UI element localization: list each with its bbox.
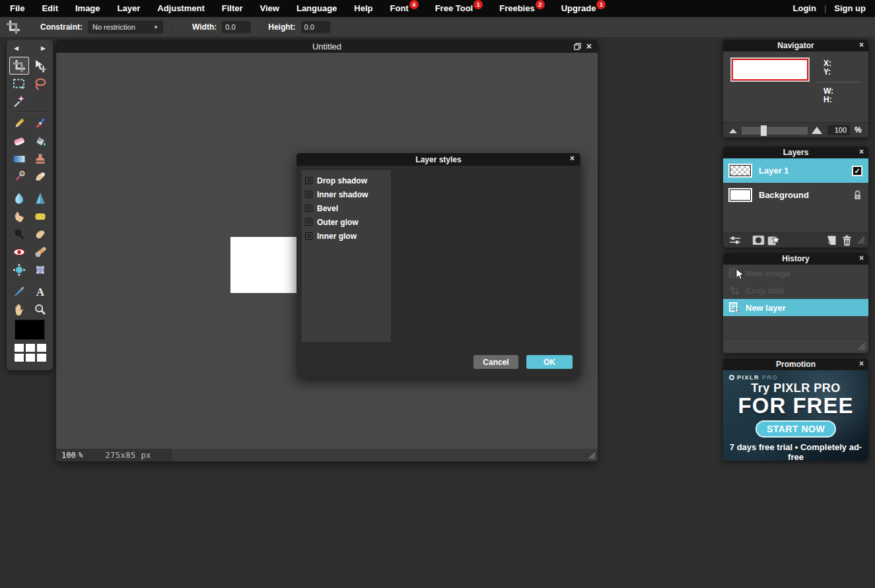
menu-item-filter[interactable]: Filter [213,0,252,16]
layout-button[interactable] [26,354,35,362]
menu-item-adjustment[interactable]: Adjustment [149,0,213,16]
history-item-crop-tool[interactable]: Crop tool [723,282,868,299]
type-tool-button[interactable]: A [30,282,50,300]
menu-item-view[interactable]: View [252,0,288,16]
eraser-tool-button[interactable] [9,132,29,150]
burn-tool-button[interactable] [30,225,50,243]
close-panel-icon[interactable]: × [859,253,864,263]
close-panel-icon[interactable]: × [859,40,864,49]
layout-button[interactable] [15,344,24,352]
inner-glow-checkbox[interactable] [305,232,312,240]
menu-item-freebies[interactable]: Freebies2 [491,0,552,16]
layers-titlebar[interactable]: Layers × [723,147,868,158]
promotion-banner[interactable]: PIXLR PRO Try PIXLR PRO FOR FREE START N… [723,370,868,461]
drop-shadow-checkbox[interactable] [305,177,312,184]
option-outer-glow[interactable]: Outer glow [302,215,391,229]
brush-tool-button[interactable] [30,114,50,132]
option-drop-shadow[interactable]: Drop shadow [302,174,391,187]
zoom-slider-handle[interactable] [761,125,767,136]
layout-button[interactable] [26,344,35,352]
constraint-dropdown[interactable]: No restriction ▼ [88,20,163,34]
login-link[interactable]: Login [793,3,816,13]
close-panel-icon[interactable]: × [859,359,864,368]
layer-visibility-checkbox[interactable]: ✓ [852,166,862,176]
wand-tool-button[interactable] [9,92,29,110]
gradient-tool-button[interactable] [9,150,29,168]
dialog-titlebar[interactable]: Layer styles × [297,153,580,166]
start-now-button[interactable]: START NOW [755,420,836,438]
menu-item-upgrade[interactable]: Upgrade1 [553,0,614,16]
ok-button[interactable]: OK [526,355,573,369]
dialog-close-icon[interactable]: × [570,154,575,162]
hand-tool-button[interactable] [9,300,29,318]
panel-resize-grip[interactable] [858,343,866,350]
palette-collapse-left-icon[interactable]: ◀ [14,45,18,51]
history-titlebar[interactable]: History × [723,253,868,265]
menu-item-edit[interactable]: Edit [33,0,67,16]
close-window-icon[interactable]: × [586,42,592,51]
new-layer-icon[interactable] [826,235,837,246]
heal-tool-button[interactable] [30,243,50,261]
zoom-in-icon[interactable] [812,127,822,134]
dodge-tool-button[interactable] [9,225,29,243]
cancel-button[interactable]: Cancel [473,355,518,369]
outer-glow-checkbox[interactable] [305,218,312,226]
move-tool-button[interactable] [30,57,50,75]
height-field[interactable] [301,21,330,33]
menu-item-language[interactable]: Language [288,0,345,16]
marquee-tool-button[interactable] [9,75,29,92]
stamp-tool-button[interactable] [30,150,50,168]
sharpen-tool-button[interactable] [30,189,50,207]
inner-shadow-checkbox[interactable] [305,191,312,198]
red-eye-tool-button[interactable] [9,243,29,261]
window-resize-grip[interactable] [588,452,596,459]
signup-link[interactable]: Sign up [834,3,866,13]
layer-row-background[interactable]: Background [723,183,868,207]
color-swatch[interactable] [15,319,45,340]
option-inner-shadow[interactable]: Inner shadow [302,187,391,201]
menu-item-font[interactable]: Font4 [382,0,427,16]
layer-row-layer-1[interactable]: Layer 1 ✓ [723,158,868,183]
menu-item-layer[interactable]: Layer [109,0,149,16]
crop-tool-button[interactable] [9,57,29,75]
canvas-window-titlebar[interactable]: Untitled × [56,40,598,53]
navigator-view-rect[interactable] [732,59,808,81]
menu-item-file[interactable]: File [1,0,33,16]
layer-mask-icon[interactable] [752,235,765,245]
navigator-titlebar[interactable]: Navigator × [723,40,868,51]
layer-settings-icon[interactable] [729,235,741,245]
zoom-out-icon[interactable] [729,129,737,133]
delete-layer-icon[interactable] [842,235,852,246]
menu-item-image[interactable]: Image [67,0,109,16]
zoom-percent-field[interactable] [827,125,850,135]
history-item-new-image[interactable]: New image [723,265,868,282]
color-replace-tool-button[interactable] [9,168,29,185]
option-bevel[interactable]: Bevel [302,201,391,215]
bloat-tool-button[interactable] [9,261,29,278]
fill-tool-button[interactable] [30,132,50,150]
pinch-tool-button[interactable] [30,261,50,278]
palette-collapse-right-icon[interactable]: ▶ [41,45,46,51]
sponge-tool-button[interactable] [30,207,50,225]
option-inner-glow[interactable]: Inner glow [302,229,391,243]
promotion-titlebar[interactable]: Promotion × [723,358,868,370]
close-panel-icon[interactable]: × [859,147,864,156]
panel-resize-grip[interactable] [857,236,865,244]
layer-styles-icon[interactable] [767,235,780,246]
lasso-tool-button[interactable] [30,75,50,92]
history-item-new-layer[interactable]: New layer [723,299,868,316]
zoom-tool-button[interactable] [30,300,50,318]
blur-tool-button[interactable] [9,189,29,207]
pencil-tool-button[interactable] [9,114,29,132]
picker-tool-button[interactable] [9,282,29,300]
draw-tool-button[interactable] [30,168,50,185]
layout-button[interactable] [15,354,24,362]
menu-item-help[interactable]: Help [345,0,381,16]
layout-button[interactable] [37,344,46,352]
width-field[interactable] [222,21,251,33]
layout-button[interactable] [37,354,46,362]
zoom-slider-track[interactable] [742,127,808,135]
menu-item-free-tool[interactable]: Free Tool1 [427,0,491,16]
bevel-checkbox[interactable] [305,205,312,212]
smudge-tool-button[interactable] [9,207,29,225]
